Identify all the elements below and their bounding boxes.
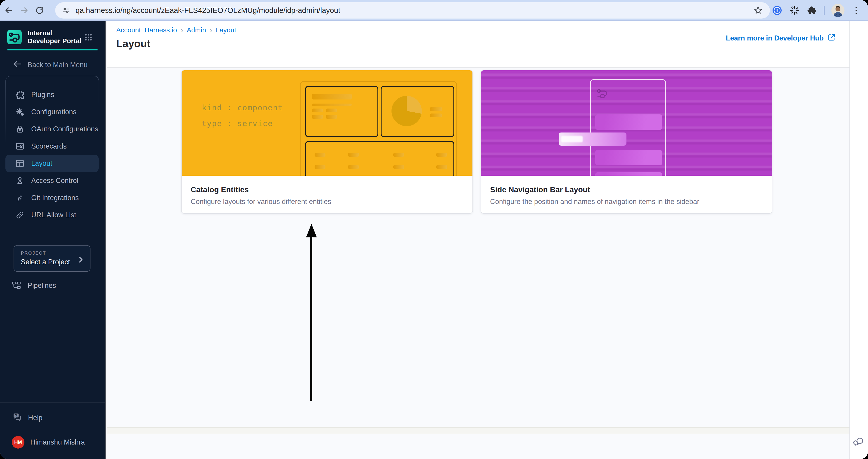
sidebar-item-label: Plugins <box>31 91 54 99</box>
browser-profile-avatar[interactable] <box>831 4 844 17</box>
app-sidebar: Internal Developer Portal Back to Main M… <box>0 21 106 459</box>
sidebar-item-url-allow-list[interactable]: URL Allow List <box>5 206 99 224</box>
arrow-left-icon <box>13 59 23 71</box>
lock-icon <box>15 124 25 134</box>
product-title: Internal Developer Portal <box>28 29 84 45</box>
sidebar-item-pipelines[interactable]: Pipelines <box>11 277 56 294</box>
module-grid-icon[interactable] <box>84 33 93 42</box>
sidebar-item-oauth-configurations[interactable]: OAuth Configurations <box>5 121 99 138</box>
card-title: Catalog Entities <box>191 185 463 194</box>
sidebar-item-label: Layout <box>31 159 52 168</box>
breadcrumb-account[interactable]: Account: Harness.io <box>116 26 177 34</box>
main-area: Account: Harness.io › Admin › Layout Lay… <box>107 21 849 459</box>
puzzle-icon <box>15 90 25 100</box>
sidebar-item-access-control[interactable]: Access Control <box>5 172 99 189</box>
card-catalog-entities[interactable]: kind : componenttype : service <box>181 70 473 214</box>
branch-icon <box>15 193 25 203</box>
sidebar-item-label: OAuth Configurations <box>31 125 98 133</box>
annotation-arrow <box>306 224 317 237</box>
site-settings-tune-icon[interactable] <box>62 6 70 15</box>
page-header: Account: Harness.io › Admin › Layout Lay… <box>107 21 849 68</box>
card-caption: Catalog Entities Configure layouts for v… <box>182 176 472 206</box>
card-description: Configure the position and names of navi… <box>490 198 763 206</box>
nav-item-mock <box>595 172 662 176</box>
breadcrumb-separator: › <box>181 27 183 33</box>
browser-menu-kebab-icon[interactable] <box>851 5 861 15</box>
user-profile[interactable]: HM Himanshu Mishra <box>12 435 85 450</box>
project-selector[interactable]: PROJECT Select a Project <box>13 245 90 272</box>
yaml-mock-text: kind : componenttype : service <box>202 100 283 131</box>
catalog-entities-illustration: kind : componenttype : service <box>182 70 472 176</box>
browser-toolbar: qa.harness.io/ng/account/zEaak-FLS425IEO… <box>0 0 868 21</box>
sidenav-illustration <box>481 70 772 176</box>
chevron-right-icon <box>76 255 85 265</box>
sidebar-item-label: Configurations <box>31 108 76 116</box>
back-to-main-menu[interactable]: Back to Main Menu <box>13 60 88 70</box>
scorecard-icon <box>15 141 25 151</box>
sidebar-divider <box>0 402 105 403</box>
browser-back-icon[interactable] <box>4 5 14 15</box>
sidebar-item-label: Pipelines <box>28 282 56 290</box>
card-caption: Side Navigation Bar Layout Configure the… <box>481 176 772 206</box>
browser-reload-icon[interactable] <box>34 5 45 15</box>
user-name: Himanshu Mishra <box>30 438 85 446</box>
user-avatar: HM <box>12 436 24 449</box>
gears-icon <box>15 107 25 117</box>
page-title: Layout <box>116 37 150 50</box>
chart-card-mock <box>381 86 454 137</box>
table-card-mock <box>305 141 454 176</box>
svg-text:?: ? <box>15 413 17 417</box>
sidebar-mock <box>590 79 666 176</box>
accent-divider <box>7 49 98 51</box>
admin-nav: Plugins Configurations OAuth Configurati… <box>5 86 99 224</box>
entity-page-mock <box>300 81 457 176</box>
help-button[interactable]: ? Help <box>12 411 42 425</box>
back-label: Back to Main Menu <box>28 61 88 69</box>
breadcrumb-layout[interactable]: Layout <box>216 26 236 34</box>
person-icon <box>15 176 25 186</box>
idp-logo[interactable] <box>7 30 22 44</box>
footer-divider-band <box>107 427 849 434</box>
sidebar-item-label: Scorecards <box>31 142 67 150</box>
annotation-arrow-shaft <box>310 236 312 401</box>
right-rail <box>849 21 868 459</box>
onepassword-extension-icon[interactable] <box>772 5 782 16</box>
feedback-chat-icon[interactable] <box>853 436 865 449</box>
sidebar-item-git-integrations[interactable]: Git Integrations <box>5 189 99 206</box>
about-card-mock <box>305 86 378 137</box>
sidebar-item-layout[interactable]: Layout <box>5 155 99 172</box>
toolbar-divider <box>824 6 825 15</box>
learn-more-label: Learn more in Developer Hub <box>726 34 824 42</box>
address-bar[interactable]: qa.harness.io/ng/account/zEaak-FLS425IEO… <box>55 2 770 19</box>
sidebar-item-plugins[interactable]: Plugins <box>5 86 99 103</box>
learn-more-link[interactable]: Learn more in Developer Hub <box>726 33 836 43</box>
url-text[interactable]: qa.harness.io/ng/account/zEaak-FLS425IEO… <box>75 6 753 15</box>
card-title: Side Navigation Bar Layout <box>490 185 763 194</box>
sidebar-item-configurations[interactable]: Configurations <box>5 103 99 121</box>
sidebar-item-label: Access Control <box>31 176 78 185</box>
extensions-puzzle-icon[interactable] <box>806 5 817 15</box>
browser-forward-icon[interactable] <box>19 5 29 15</box>
breadcrumb: Account: Harness.io › Admin › Layout <box>116 26 236 34</box>
pipelines-icon <box>11 281 21 291</box>
macos-screen: qa.harness.io/ng/account/zEaak-FLS425IEO… <box>0 0 868 459</box>
nav-item-mock <box>595 114 662 130</box>
pie-chart-mock <box>392 96 422 126</box>
logo-outline-icon <box>595 86 609 101</box>
breadcrumb-admin[interactable]: Admin <box>187 26 206 34</box>
help-chat-icon: ? <box>12 412 22 424</box>
card-description: Configure layouts for various different … <box>191 198 463 206</box>
external-link-icon <box>827 33 836 43</box>
sidebar-item-label: Git Integrations <box>31 194 79 202</box>
card-side-navigation-layout[interactable]: Side Navigation Bar Layout Configure the… <box>480 70 772 214</box>
bookmark-star-icon[interactable] <box>753 5 763 15</box>
link-icon <box>15 210 25 220</box>
dragged-nav-item-mock <box>559 132 626 145</box>
sidebar-item-label: URL Allow List <box>31 211 76 219</box>
nav-item-mock <box>595 150 662 165</box>
breadcrumb-separator: › <box>210 27 212 33</box>
layout-icon <box>15 159 25 168</box>
spinner-extension-icon[interactable] <box>789 5 800 15</box>
help-label: Help <box>28 414 42 422</box>
sidebar-item-scorecards[interactable]: Scorecards <box>5 138 99 155</box>
